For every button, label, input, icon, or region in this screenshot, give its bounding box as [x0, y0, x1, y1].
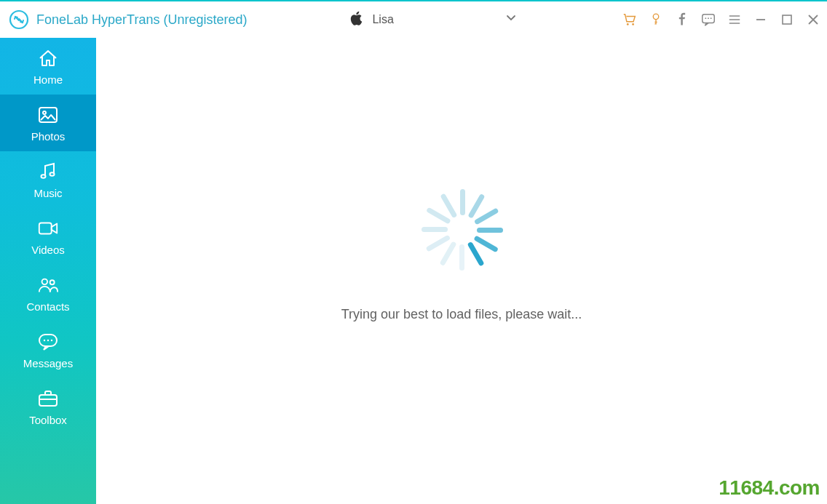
main: Home Photos Music Videos Contacts — [0, 38, 827, 504]
sidebar-item-music[interactable]: Music — [0, 151, 96, 208]
sidebar-item-label: Music — [33, 187, 62, 199]
sidebar-item-messages[interactable]: Messages — [0, 321, 96, 378]
svg-point-7 — [711, 17, 712, 19]
maximize-button[interactable] — [779, 12, 795, 28]
svg-rect-20 — [39, 395, 57, 406]
sidebar-item-contacts[interactable]: Contacts — [0, 265, 96, 321]
photos-icon — [37, 104, 59, 126]
svg-point-6 — [708, 17, 709, 19]
device-dropdown[interactable]: Lisa — [341, 9, 523, 31]
facebook-button[interactable] — [674, 12, 690, 28]
cart-button[interactable] — [622, 12, 638, 28]
svg-point-15 — [50, 280, 55, 284]
svg-rect-8 — [783, 15, 791, 24]
sidebar-item-photos[interactable]: Photos — [0, 95, 96, 151]
sidebar-item-label: Toolbox — [29, 414, 67, 426]
svg-point-14 — [42, 279, 48, 284]
svg-rect-13 — [39, 223, 52, 233]
svg-point-2 — [632, 23, 634, 25]
device-name: Lisa — [372, 13, 393, 26]
chevron-down-icon — [506, 13, 516, 26]
svg-point-10 — [43, 111, 46, 114]
feedback-button[interactable] — [700, 12, 716, 28]
home-icon — [37, 47, 59, 69]
svg-point-3 — [653, 14, 659, 19]
sidebar-item-label: Home — [33, 73, 63, 86]
menu-button[interactable] — [727, 12, 743, 28]
svg-point-18 — [47, 339, 49, 340]
sidebar-item-videos[interactable]: Videos — [0, 208, 96, 265]
sidebar-item-label: Photos — [31, 130, 66, 143]
sidebar-item-label: Contacts — [26, 300, 69, 313]
watermark: 11684.com — [719, 476, 820, 500]
svg-point-1 — [627, 23, 629, 25]
messages-icon — [37, 331, 59, 353]
contacts-icon — [37, 274, 59, 296]
sidebar-item-label: Videos — [31, 244, 65, 256]
header-actions — [622, 12, 821, 28]
header: FoneLab HyperTrans (Unregistered) Lisa — [0, 1, 827, 38]
sidebar-item-label: Messages — [23, 357, 73, 369]
loading-status-text: Trying our best to load files, please wa… — [341, 307, 582, 322]
svg-rect-9 — [39, 108, 57, 122]
close-button[interactable] — [805, 12, 821, 28]
videos-icon — [37, 217, 59, 239]
app-title: FoneLab HyperTrans (Unregistered) — [36, 12, 247, 28]
content: Trying our best to load files, please wa… — [96, 38, 827, 504]
loading-spinner-icon — [415, 183, 508, 276]
svg-point-5 — [705, 17, 706, 19]
toolbox-icon — [37, 388, 59, 409]
app-logo-icon — [7, 8, 31, 31]
sidebar-item-home[interactable]: Home — [0, 38, 96, 95]
svg-point-19 — [51, 339, 52, 340]
apple-icon — [350, 11, 363, 28]
sidebar: Home Photos Music Videos Contacts — [0, 38, 96, 504]
minimize-button[interactable] — [753, 12, 769, 28]
music-icon — [37, 161, 59, 183]
svg-point-17 — [44, 339, 45, 340]
key-button[interactable] — [648, 12, 664, 28]
sidebar-item-toolbox[interactable]: Toolbox — [0, 378, 96, 435]
svg-point-11 — [41, 175, 46, 178]
svg-point-12 — [50, 172, 55, 176]
